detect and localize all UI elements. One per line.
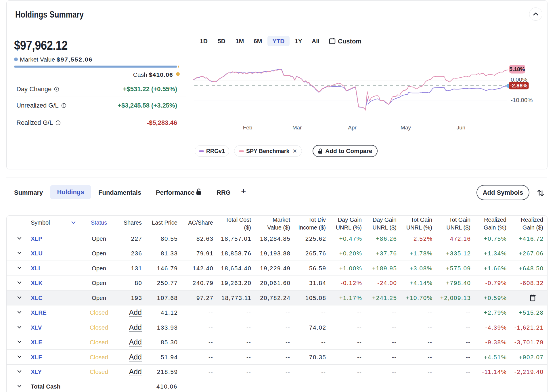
svg-text:-10.00%: -10.00% xyxy=(511,97,533,103)
svg-text:May: May xyxy=(401,125,411,131)
svg-text:-2.86%: -2.86% xyxy=(510,83,527,89)
svg-text:Feb: Feb xyxy=(243,125,252,131)
svg-text:Apr: Apr xyxy=(348,125,357,131)
svg-text:Mar: Mar xyxy=(292,125,302,131)
svg-text:5.18%: 5.18% xyxy=(510,66,525,72)
svg-text:Jun: Jun xyxy=(457,125,466,131)
